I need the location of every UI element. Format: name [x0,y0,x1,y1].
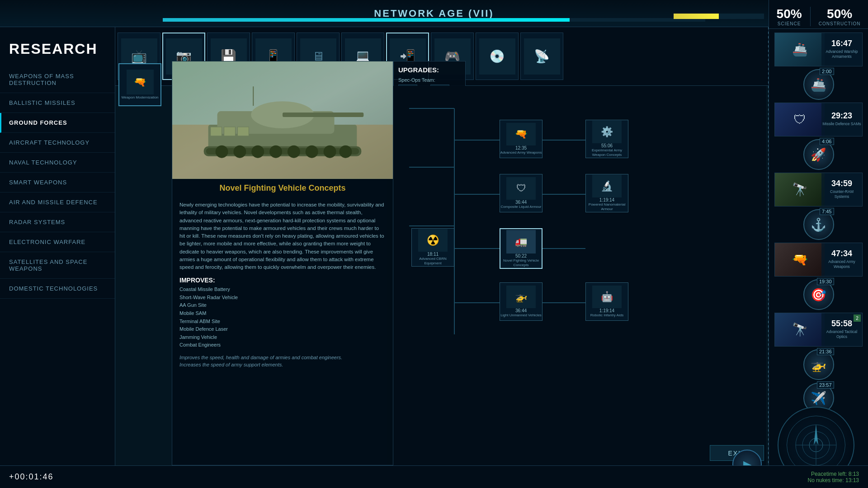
nav-item-ground[interactable]: GROUND FORCES [0,113,115,133]
detail-body: Newly emerging technologies have the pot… [172,197,393,275]
detail-title: Novel Fighting Vehicle Concepts [172,179,393,197]
queue-item-2[interactable]: 🛡 29:23 Missile Defence SAMs [774,103,863,136]
queue-item-4-label: Counter-RAM Systems [821,188,862,200]
queue-item-8-info: 55:58 Advanced Tactical Optics 2 [821,313,862,346]
nav-item-domestic[interactable]: DOMESTIC TECHNOLOGIES [0,279,115,299]
queue-item-4-info: 34:59 Counter-RAM Systems [821,173,862,206]
adv-army-label: Advanced Army Weapons [500,150,542,155]
footer-line-2: Increases the speed of army support elem… [179,362,386,367]
adv-cbrn-label: Advanced CBRN Equipment [412,257,454,265]
nav-item-wmd[interactable]: WEAPONS OF MASS DESTRUCTION [0,66,115,93]
tech-node-light-uav[interactable]: 🚁 36:44 Light Unmanned Vehicles [500,282,542,321]
queue-circular-7-time: 19:30 [817,278,834,285]
queue-item-6-time: 47:34 [831,249,852,258]
light-uav-label: Light Unmanned Vehicles [500,313,542,318]
queue-circular-9-time: 21:36 [817,348,834,355]
nav-item-naval[interactable]: NAVAL TECHNOLOGY [0,153,115,173]
queue-item-8-time: 55:58 [831,319,852,328]
construction-progress-fill [674,14,719,19]
era-progress-bar [163,18,705,22]
era-tab-9[interactable]: 💿 [476,33,519,80]
queue-circular-1[interactable]: 🚢 2:00 [803,69,834,100]
svg-point-20 [339,145,352,158]
nav-item-smart[interactable]: SMART WEAPONS [0,173,115,192]
detail-image [172,61,393,179]
peacetime-text: Peacetime left: 8:13 [808,471,859,477]
nav-item-aircraft[interactable]: AIRCRAFT TECHNOLOGY [0,133,115,153]
queue-circular-9-icon: 🚁 [811,357,826,372]
svg-point-13 [216,145,228,158]
queue-circular-5-time: 7:45 [820,208,834,215]
queue-circular-9[interactable]: 🚁 21:36 [803,349,834,380]
queue-item-2-time: 29:23 [831,111,852,121]
queue-circular-3-icon: 🚀 [811,147,826,162]
robotic-inf-label: Robotic Infantry Aids [590,313,623,318]
queue-item-6-icon: 🔫 [775,243,825,276]
improve-item-3: Mobile SAM [179,310,386,318]
queue-circular-10-icon: ✈️ [811,391,826,406]
robotic-inf-time: 1:19:14 [599,308,614,313]
svg-point-18 [306,145,318,158]
nukes-text: No nukes time: 13:13 [808,477,859,483]
svg-rect-12 [237,127,249,136]
queue-circular-5[interactable]: ⚓ 7:45 [803,209,834,240]
novel-fight-label: Novel Fighting Vehicle Concepts [500,258,542,267]
tech-node-adv-army[interactable]: 🔫 12:35 Advanced Army Weapons [500,120,542,158]
adv-cbrn-time: 18:11 [427,252,439,257]
nav-item-radar[interactable]: RADAR SYSTEMS [0,212,115,232]
powered-nano-label: Powered Nanomaterial Armour [586,202,628,211]
nav-item-electronic[interactable]: ELECTRONIC WARFARE [0,232,115,252]
powered-nano-time: 1:19:14 [599,197,614,202]
improve-item-4: Terminal ABM Site [179,318,386,326]
sidebar: RESEARCH WEAPONS OF MASS DESTRUCTION BAL… [0,27,115,488]
queue-item-8-icon: 🔭 [775,313,825,346]
science-alloc: 50% SCIENCE [777,7,802,26]
tech-node-powered-nano[interactable]: 🔬 1:19:14 Powered Nanomaterial Armour [585,174,628,212]
construction-pct: 50% [819,7,861,21]
bottom-bar: +00:01:46 Peacetime left: 8:13 No nukes … [0,465,868,488]
exp-army-time: 55:06 [601,143,613,148]
queue-item-2-label: Missile Defence SAMs [821,121,862,127]
queue-item-0[interactable]: 🚢 16:47 Advanced Warship Armaments [774,33,863,66]
svg-point-17 [288,145,300,158]
weapon-mod-card[interactable]: 🔫 Weapon Modernization [118,63,161,106]
construction-alloc: 50% CONSTRUCTION [819,7,861,26]
queue-item-0-info: 16:47 Advanced Warship Armaments [821,33,862,66]
queue-item-6-info: 47:34 Advanced Army Weapons [821,243,862,276]
era-tab-10[interactable]: 📡 [520,33,563,80]
queue-item-8[interactable]: 🔭 55:58 Advanced Tactical Optics 2 [774,313,863,347]
queue-item-2-icon: 🛡 [775,103,825,136]
tech-node-adv-cbrn[interactable]: ☢️ 18:11 Advanced CBRN Equipment [411,228,454,267]
game-timer: +00:01:46 [9,472,54,482]
panel-divider [768,27,769,488]
nav-item-ballistic[interactable]: BALLISTIC MISSILES [0,93,115,113]
weapon-mod-label: Weapon Modernization [121,95,158,100]
svg-rect-11 [224,127,236,136]
tech-node-robotic-inf[interactable]: 🤖 1:19:14 Robotic Infantry Aids [585,282,628,321]
weapon-mod-icon: 🔫 [127,70,154,94]
queue-circular-7[interactable]: 🎯 19:30 [803,279,834,310]
queue-circular-3[interactable]: 🚀 4:06 [803,139,834,170]
peace-info: Peacetime left: 8:13 No nukes time: 13:1… [808,471,859,483]
comp-liquid-label: Composite Liquid Armour [501,205,542,209]
queue-item-4[interactable]: 🔭 34:59 Counter-RAM Systems [774,173,863,206]
improve-item-5: Mobile Defence Laser [179,325,386,333]
tech-node-exp-army[interactable]: ⚙️ 55:06 Experimental Army Weapon Concep… [585,120,628,158]
upgrades-title: UPGRADES: [398,66,461,74]
nav-item-air-missile[interactable]: AIR AND MISSILE DEFENCE [0,192,115,212]
comp-liquid-time: 36:44 [515,200,527,205]
tech-node-comp-liquid[interactable]: 🛡 36:44 Composite Liquid Armour [500,174,542,212]
nav-item-satellites[interactable]: SATELLITES AND SPACE WEAPONS [0,252,115,279]
queue-item-6-label: Advanced Army Weapons [821,258,862,270]
construction-label: CONSTRUCTION [819,21,861,26]
era-progress-fill [163,18,570,22]
tech-node-novel-fight[interactable]: 🚛 50:22 Novel Fighting Vehicle Concepts [500,228,542,269]
improves-title: IMPROVES: [179,277,386,284]
light-uav-time: 36:44 [515,308,527,313]
footer-line-1: Improves the speed, health and damage of… [179,355,386,360]
svg-point-15 [251,145,264,158]
queue-circular-7-icon: 🎯 [811,287,826,302]
queue-item-6[interactable]: 🔫 47:34 Advanced Army Weapons [774,243,863,277]
improve-item-7: Combat Engineers [179,341,386,349]
queue-item-8-label: Advanced Tactical Optics [821,328,862,340]
